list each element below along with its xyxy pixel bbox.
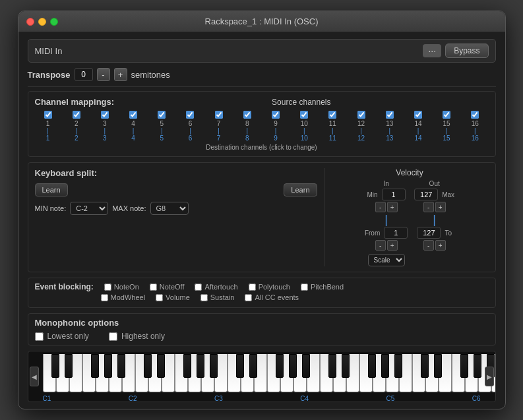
vel-max-minus[interactable]: -: [423, 202, 434, 212]
bypass-button[interactable]: Bypass: [445, 44, 488, 58]
ch-dest-5[interactable]: 5: [160, 135, 164, 142]
black-key-3-0[interactable]: [328, 354, 336, 378]
eb-modwheel[interactable]: ModWheel: [101, 293, 146, 301]
ch-dest-7[interactable]: 7: [217, 135, 221, 142]
black-key-4-0[interactable]: [421, 354, 429, 378]
ch-check-11[interactable]: [328, 111, 336, 119]
piano-right-arrow[interactable]: ▶: [485, 367, 494, 386]
mono-lowest-check[interactable]: [35, 332, 44, 341]
eb-pitchbend[interactable]: PitchBend: [301, 283, 344, 291]
black-key-2-5[interactable]: [302, 354, 310, 378]
black-key-1-1[interactable]: [157, 354, 165, 378]
scale-select[interactable]: Scale: [368, 254, 405, 266]
eb-polytouch[interactable]: Polytouch: [249, 283, 290, 291]
black-key-0-5[interactable]: [117, 354, 125, 378]
ch-check-1[interactable]: [44, 111, 52, 119]
eb-modwheel-check[interactable]: [101, 294, 108, 301]
vel-from-minus[interactable]: -: [375, 240, 386, 251]
ch-check-6[interactable]: [186, 111, 194, 119]
mono-highest-check[interactable]: [109, 332, 117, 341]
eb-aftertouch-check[interactable]: [195, 284, 202, 291]
ch-check-8[interactable]: [243, 111, 251, 119]
eb-pitchbend-check[interactable]: [301, 284, 308, 291]
ch-check-9[interactable]: [272, 111, 280, 119]
eb-allcc-check[interactable]: [245, 294, 252, 301]
learn-min-button[interactable]: Learn: [35, 183, 68, 196]
ch-dest-10[interactable]: 10: [301, 135, 308, 142]
eb-noteoff[interactable]: NoteOff: [150, 283, 185, 291]
vel-to-minus[interactable]: -: [423, 240, 434, 251]
vel-min-input[interactable]: [382, 189, 406, 200]
learn-max-button[interactable]: Learn: [284, 183, 317, 196]
ch-check-7[interactable]: [215, 111, 223, 119]
ch-check-14[interactable]: [414, 111, 422, 119]
ch-check-5[interactable]: [158, 111, 166, 119]
black-key-4-3[interactable]: [460, 354, 468, 378]
transpose-plus-button[interactable]: +: [114, 68, 127, 81]
vel-min-minus[interactable]: -: [375, 202, 386, 212]
mono-lowest[interactable]: Lowest only: [35, 332, 89, 341]
ch-check-12[interactable]: [357, 111, 365, 119]
eb-allcc[interactable]: All CC events: [245, 293, 299, 301]
ch-check-16[interactable]: [471, 111, 479, 119]
black-key-2-1[interactable]: [249, 354, 257, 378]
ch-dest-8[interactable]: 8: [245, 135, 249, 142]
eb-volume-check[interactable]: [156, 294, 163, 301]
eb-noteoff-check[interactable]: [150, 284, 157, 291]
transpose-minus-button[interactable]: -: [97, 68, 110, 81]
ch-dest-6[interactable]: 6: [189, 135, 193, 142]
black-key-0-4[interactable]: [104, 354, 112, 378]
ch-check-13[interactable]: [386, 111, 394, 119]
ch-dest-16[interactable]: 16: [472, 135, 479, 142]
black-key-3-3[interactable]: [368, 354, 376, 378]
mono-highest[interactable]: Highest only: [109, 332, 165, 341]
ch-dest-9[interactable]: 9: [274, 135, 278, 142]
close-button[interactable]: [26, 18, 34, 26]
black-key-0-3[interactable]: [91, 354, 99, 378]
maximize-button[interactable]: [50, 18, 58, 26]
ch-check-10[interactable]: [300, 111, 308, 119]
black-key-3-4[interactable]: [381, 354, 389, 378]
ch-check-2[interactable]: [73, 111, 80, 119]
ch-dest-13[interactable]: 13: [386, 135, 393, 142]
black-key-1-0[interactable]: [144, 354, 152, 378]
vel-from-plus[interactable]: +: [387, 240, 398, 251]
ch-dest-2[interactable]: 2: [75, 135, 78, 142]
vel-to-input[interactable]: [417, 227, 441, 239]
ch-dest-15[interactable]: 15: [443, 135, 450, 142]
black-key-3-1[interactable]: [342, 354, 350, 378]
minimize-button[interactable]: [38, 18, 46, 26]
ch-dest-14[interactable]: 14: [414, 135, 421, 142]
ch-dest-12[interactable]: 12: [357, 135, 365, 142]
eb-sustain[interactable]: Sustain: [200, 293, 235, 301]
eb-noteon-check[interactable]: [104, 284, 111, 291]
ch-check-15[interactable]: [443, 111, 450, 119]
vel-from-input[interactable]: [384, 227, 408, 239]
eb-volume[interactable]: Volume: [156, 293, 190, 301]
black-key-1-3[interactable]: [183, 354, 191, 378]
black-key-1-4[interactable]: [197, 354, 204, 378]
max-note-select[interactable]: G8: [150, 202, 189, 215]
ch-dest-3[interactable]: 3: [103, 135, 107, 142]
black-key-4-4[interactable]: [474, 354, 481, 378]
vel-max-plus[interactable]: +: [435, 202, 446, 212]
black-key-2-3[interactable]: [276, 354, 284, 378]
black-key-0-0[interactable]: [51, 354, 59, 378]
ch-dest-4[interactable]: 4: [131, 135, 135, 142]
piano-left-arrow[interactable]: ◀: [30, 367, 39, 386]
vel-to-plus[interactable]: +: [435, 240, 446, 251]
ch-check-3[interactable]: [101, 111, 109, 119]
dots-button[interactable]: ···: [423, 44, 441, 57]
black-key-4-1[interactable]: [434, 354, 442, 378]
black-key-3-5[interactable]: [394, 354, 402, 378]
eb-sustain-check[interactable]: [200, 294, 208, 301]
ch-check-4[interactable]: [129, 111, 137, 119]
black-key-2-0[interactable]: [236, 354, 244, 378]
black-key-1-5[interactable]: [210, 354, 218, 378]
black-key-0-1[interactable]: [65, 354, 73, 378]
vel-min-plus[interactable]: +: [387, 202, 398, 212]
eb-aftertouch[interactable]: Aftertouch: [195, 283, 237, 291]
eb-noteon[interactable]: NoteOn: [104, 283, 139, 291]
ch-dest-1[interactable]: 1: [46, 135, 50, 142]
eb-polytouch-check[interactable]: [249, 284, 256, 291]
